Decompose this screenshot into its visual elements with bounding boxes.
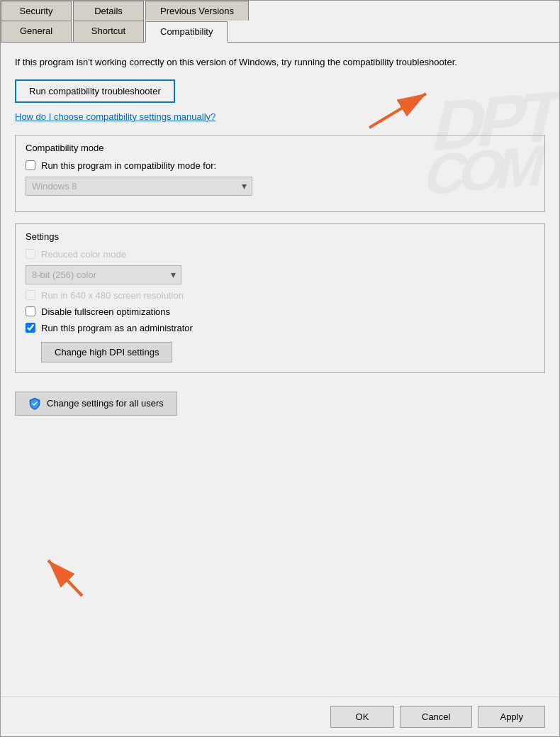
run-as-admin-row: Run this program as an administrator [26, 323, 534, 333]
dialog-window: Security Details Previous Versions Gener… [0, 0, 560, 737]
compatibility-mode-label: Compatibility mode [26, 143, 534, 153]
svg-line-3 [48, 560, 82, 596]
color-dropdown[interactable]: 8-bit (256) color 16-bit color [26, 265, 181, 284]
compatibility-dropdown-wrapper: Windows 8 Windows 7 Windows Vista Window… [26, 177, 252, 196]
reduced-color-label: Reduced color mode [41, 249, 126, 260]
change-all-users-button[interactable]: Change settings for all users [15, 392, 177, 416]
compatibility-dropdown-row: Windows 8 Windows 7 Windows Vista Window… [26, 177, 534, 196]
intro-text: If this program isn't working correctly … [15, 55, 545, 70]
ok-button[interactable]: OK [330, 706, 394, 728]
tab-security[interactable]: Security [1, 1, 72, 21]
settings-section: Settings Reduced color mode 8-bit (256) … [15, 223, 545, 373]
color-dropdown-row: 8-bit (256) color 16-bit color [26, 265, 534, 284]
change-dpi-button[interactable]: Change high DPI settings [41, 342, 172, 362]
disable-fullscreen-row: Disable fullscreen optimizations [26, 306, 534, 317]
run-as-admin-checkbox[interactable] [26, 323, 35, 333]
settings-label: Settings [26, 231, 534, 242]
reduced-color-row: Reduced color mode [26, 249, 534, 260]
compatibility-mode-checkbox-row: Run this program in compatibility mode f… [26, 160, 534, 171]
content-area: DPT COM [1, 43, 559, 697]
compatibility-mode-section: Compatibility mode Run this program in c… [15, 135, 545, 212]
tab-general[interactable]: General [1, 21, 72, 42]
tab-previous-versions[interactable]: Previous Versions [145, 1, 249, 21]
run-640-row: Run in 640 x 480 screen resolution [26, 290, 534, 301]
compatibility-dropdown[interactable]: Windows 8 Windows 7 Windows Vista Window… [26, 177, 252, 196]
change-all-users-label: Change settings for all users [47, 398, 164, 409]
compatibility-mode-checkbox[interactable] [26, 160, 35, 170]
run-640-label: Run in 640 x 480 screen resolution [41, 290, 184, 301]
reduced-color-checkbox[interactable] [26, 249, 35, 259]
bottom-bar: OK Cancel Apply [1, 697, 559, 736]
disable-fullscreen-checkbox[interactable] [26, 306, 35, 316]
compatibility-mode-checkbox-label[interactable]: Run this program in compatibility mode f… [41, 160, 216, 171]
disable-fullscreen-label[interactable]: Disable fullscreen optimizations [41, 306, 170, 317]
tab-shortcut[interactable]: Shortcut [73, 21, 144, 42]
cancel-button[interactable]: Cancel [400, 706, 472, 728]
troubleshooter-button[interactable]: Run compatibility troubleshooter [15, 79, 175, 103]
shield-icon [28, 397, 41, 410]
tab-details[interactable]: Details [73, 1, 144, 21]
color-dropdown-wrapper: 8-bit (256) color 16-bit color [26, 265, 181, 284]
tab-compatibility[interactable]: Compatibility [145, 21, 228, 43]
run-640-checkbox[interactable] [26, 290, 35, 300]
tab-row-2: General Shortcut Compatibility [1, 21, 559, 43]
tab-row-1: Security Details Previous Versions [1, 1, 559, 21]
how-link[interactable]: How do I choose compatibility settings m… [15, 111, 545, 122]
apply-button[interactable]: Apply [478, 706, 545, 728]
run-as-admin-label[interactable]: Run this program as an administrator [41, 323, 193, 333]
